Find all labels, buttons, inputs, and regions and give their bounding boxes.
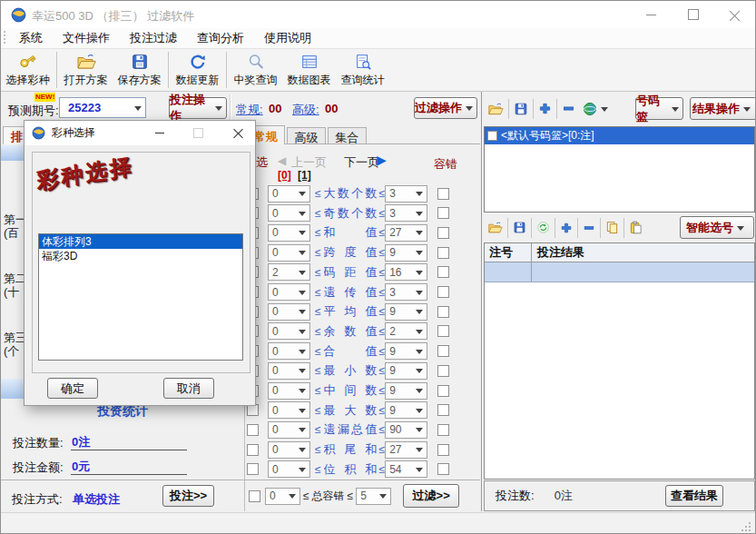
filter-checkbox-right[interactable] — [437, 404, 449, 416]
cancel-button[interactable]: 取消 — [163, 378, 214, 399]
filter-execute-button[interactable]: 过滤>> — [403, 484, 459, 508]
filter-checkbox-left[interactable] — [247, 444, 259, 456]
filter-checkbox-right[interactable] — [437, 207, 449, 219]
filter-min-combobox[interactable]: 0 — [268, 283, 310, 301]
filter-checkbox-left[interactable] — [247, 404, 259, 416]
advanced-link[interactable]: 高级: — [292, 102, 319, 118]
filter-max-combobox[interactable]: 27 — [385, 441, 427, 459]
basket-item-checkbox[interactable] — [487, 131, 497, 141]
filter-max-combobox[interactable]: 3 — [385, 185, 427, 203]
filter-checkbox-right[interactable] — [437, 444, 449, 456]
number-basket-menu-button[interactable]: 号码篮 — [635, 97, 683, 120]
filter-min-combobox[interactable]: 2 — [268, 263, 310, 281]
filter-checkbox-right[interactable] — [437, 188, 449, 200]
bet-button[interactable]: 投注>> — [162, 485, 214, 507]
minimize-button[interactable] — [631, 1, 672, 28]
dialog-maximize-button[interactable] — [186, 121, 210, 145]
filter-min-combobox[interactable]: 0 — [268, 401, 310, 419]
data-chart-button[interactable]: 数据图表 — [282, 51, 336, 89]
add-basket-button[interactable] — [538, 102, 552, 115]
filter-operations-menu-button[interactable]: 过滤操作 — [414, 97, 477, 119]
remove-basket-button[interactable] — [562, 102, 575, 115]
tab-advanced[interactable]: 高级 — [287, 127, 326, 144]
select-all-partial[interactable]: 选 — [256, 154, 268, 171]
filter-max-combobox[interactable]: 9 — [385, 401, 427, 419]
filter-min-combobox[interactable]: 0 — [268, 322, 310, 340]
filter-max-combobox[interactable]: 3 — [385, 283, 427, 301]
filter-max-combobox[interactable]: 2 — [385, 322, 427, 340]
filter-min-combobox[interactable]: 0 — [268, 382, 310, 400]
filter-checkbox-right[interactable] — [437, 385, 449, 397]
ok-button[interactable]: 确定 — [47, 378, 98, 399]
lottery-listbox[interactable]: 体彩排列3 福彩3D — [38, 233, 243, 361]
filter-max-combobox[interactable]: 9 — [385, 362, 427, 380]
filter-min-combobox[interactable]: 0 — [268, 342, 310, 360]
total-tolerance-max-combobox[interactable]: 5 — [356, 488, 391, 505]
menu-item[interactable]: 系统 — [9, 30, 53, 46]
filter-checkbox-right[interactable] — [437, 424, 449, 436]
filter-checkbox-right[interactable] — [437, 463, 449, 475]
period-combobox[interactable]: 25223 — [59, 97, 146, 118]
query-statistics-button[interactable]: 查询统计 — [336, 51, 389, 89]
winning-query-button[interactable]: 中奖查询 — [229, 51, 282, 89]
tab-collection[interactable]: 集合 — [328, 127, 367, 144]
open-plan-button[interactable]: 打开方案 — [59, 51, 113, 89]
menu-item[interactable]: 查询分析 — [187, 30, 254, 46]
page-link-1[interactable]: [1] — [298, 169, 311, 182]
filter-checkbox-left[interactable] — [247, 424, 259, 436]
listbox-item[interactable]: 福彩3D — [39, 249, 242, 263]
regular-link[interactable]: 常规: — [236, 102, 263, 118]
recycle-button[interactable] — [536, 221, 550, 234]
resize-grip[interactable] — [749, 529, 751, 531]
paste-icon[interactable] — [629, 221, 643, 234]
filter-min-combobox[interactable]: 0 — [268, 441, 310, 459]
filter-checkbox-right[interactable] — [437, 266, 449, 278]
open-basket-button[interactable] — [487, 102, 504, 116]
dialog-minimize-button[interactable] — [148, 121, 172, 145]
globe-button[interactable] — [583, 102, 597, 116]
filter-min-combobox[interactable]: 0 — [268, 204, 310, 222]
result-operations-menu-button[interactable]: 结果操作 — [690, 97, 756, 120]
remove-result-button[interactable] — [583, 222, 595, 234]
filter-min-combobox[interactable]: 0 — [268, 362, 310, 380]
menu-item[interactable]: 投注过滤 — [120, 30, 187, 46]
filter-checkbox-right[interactable] — [437, 345, 449, 357]
view-result-button[interactable]: 查看结果 — [665, 485, 723, 507]
save-basket-button[interactable] — [514, 102, 528, 116]
filter-min-combobox[interactable]: 0 — [268, 224, 310, 242]
filter-min-combobox[interactable]: 0 — [268, 303, 310, 321]
open-result-button[interactable] — [487, 221, 503, 234]
maximize-button[interactable] — [673, 1, 713, 28]
filter-max-combobox[interactable]: 54 — [385, 460, 427, 478]
select-lottery-button[interactable]: 选择彩种 — [1, 51, 54, 89]
filter-checkbox-right[interactable] — [437, 306, 449, 318]
page-link-0[interactable]: [0] — [278, 169, 291, 182]
save-plan-button[interactable]: 保存方案 — [113, 51, 166, 89]
next-page-link[interactable]: 下一页 — [344, 154, 379, 171]
filter-max-combobox[interactable]: 27 — [385, 224, 427, 242]
bet-operations-menu-button[interactable]: 投注操作 — [169, 97, 227, 119]
total-tolerance-checkbox[interactable] — [249, 490, 260, 502]
filter-min-combobox[interactable]: 0 — [268, 244, 310, 262]
copy-icon[interactable] — [605, 221, 619, 234]
filter-checkbox-right[interactable] — [437, 227, 449, 239]
smart-select-menu-button[interactable]: 智能选号 — [680, 216, 754, 239]
dialog-close-button[interactable] — [226, 121, 250, 145]
menu-item[interactable]: 使用说明 — [254, 30, 321, 46]
close-button[interactable] — [714, 1, 755, 28]
filter-checkbox-left[interactable] — [247, 463, 259, 475]
save-result-button[interactable] — [513, 221, 526, 234]
table-row[interactable] — [485, 262, 754, 282]
filter-checkbox-right[interactable] — [437, 325, 449, 337]
data-update-button[interactable]: 数据更新 — [171, 51, 224, 89]
filter-max-combobox[interactable]: 9 — [385, 342, 427, 360]
add-result-button[interactable] — [560, 222, 573, 234]
filter-checkbox-right[interactable] — [437, 365, 449, 377]
filter-max-combobox[interactable]: 3 — [385, 204, 427, 222]
listbox-item-selected[interactable]: 体彩排列3 — [39, 234, 242, 249]
menu-item[interactable]: 文件操作 — [53, 30, 120, 46]
filter-min-combobox[interactable]: 0 — [268, 185, 310, 203]
filter-max-combobox[interactable]: 9 — [385, 303, 427, 321]
filter-max-combobox[interactable]: 9 — [385, 244, 427, 262]
filter-checkbox-right[interactable] — [437, 247, 449, 259]
